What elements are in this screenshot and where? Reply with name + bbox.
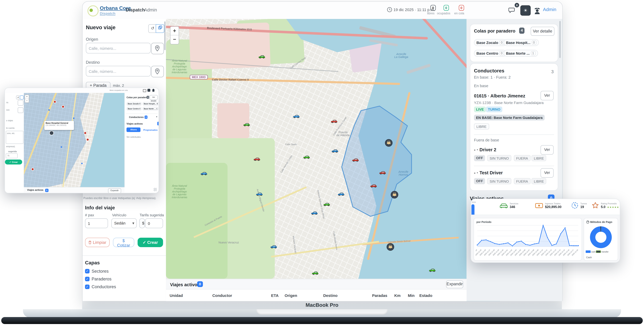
mini-bottom-count: 0 (45, 189, 48, 192)
vehicle-select[interactable]: Sedán▾ (111, 218, 137, 228)
sidebar-scrollbar[interactable] (560, 21, 560, 58)
map-label: Puente de Allende (336, 131, 350, 136)
mini-create-button[interactable]: ✓ Crear (5, 159, 22, 165)
libre-chip: LIBRE (474, 123, 489, 129)
car-marker[interactable] (312, 269, 319, 273)
pax-label: # pax (85, 213, 94, 217)
highway-shield: MEX 180D (190, 75, 208, 79)
layer-checkbox-sectores[interactable]: ✓ (85, 269, 90, 273)
queues-count-badge: 4 (519, 28, 524, 34)
layer-checkbox-conductores[interactable]: ✓ (85, 284, 90, 289)
mini-tab-now[interactable]: Ahora (126, 127, 140, 132)
operator-icon[interactable] (534, 6, 541, 15)
queue-pill[interactable]: Base Hospit...0 (504, 39, 539, 46)
quote-button[interactable]: $ Cotizar (113, 238, 134, 247)
paradero-marker[interactable] (390, 191, 398, 199)
laptop-front-edge (1, 317, 643, 324)
driver-view-button[interactable]: Ver (540, 168, 554, 178)
duplicate-trip-button[interactable] (156, 24, 164, 33)
origin-input[interactable] (86, 43, 151, 53)
column-header-destino: Destino (323, 293, 338, 298)
chat-icon[interactable] (508, 7, 515, 13)
nav-dispatch[interactable]: Dispatch (126, 7, 145, 12)
car-marker[interactable] (303, 153, 310, 157)
car-marker[interactable] (256, 190, 263, 195)
mini-queues-title: Colas por paradero (126, 96, 148, 99)
status-chip-off: OFF (474, 155, 485, 161)
chat-badge: 0 (514, 3, 519, 7)
user-menu-link[interactable]: Admin (543, 7, 556, 12)
queues-card: Colas por paradero 4 Ver detalle Base Zo… (470, 24, 558, 62)
origin-pin-button[interactable] (151, 43, 164, 54)
queue-pill[interactable]: Base Norte ...1 (504, 50, 538, 57)
mini-navbar: libres ocupados en cola (5, 88, 158, 93)
mini-map[interactable]: +− Base Hospital General (19.186496, -96… (24, 93, 124, 187)
map-label: Nuevo Veracruz (218, 241, 239, 244)
brand-sub-link[interactable]: Dispatch (100, 12, 116, 16)
car-marker[interactable] (379, 169, 386, 173)
mini-node-dot (81, 163, 82, 164)
driver-view-button[interactable]: Ver (540, 145, 554, 154)
destination-pin-button[interactable] (151, 66, 164, 77)
mini-expand-button[interactable]: Expandir (108, 188, 121, 193)
mini-queues-detail-button[interactable]: Ver detalle (150, 95, 158, 100)
car-marker[interactable] (330, 118, 338, 122)
left-panel-scrollbar[interactable] (164, 21, 166, 50)
zoom-out-button[interactable]: − (170, 35, 178, 44)
destination-input[interactable] (86, 66, 151, 77)
car-marker[interactable] (293, 113, 300, 117)
floating-mini-window[interactable]: libres ocupados en cola ↺ ris oza s viaj… (4, 88, 159, 193)
fare-label: Tarifa sugerida (140, 213, 164, 217)
mini-chevron-down-icon[interactable]: ▾ (156, 115, 157, 118)
mini-undo-button[interactable]: ↺ (16, 95, 20, 100)
mini-zoom-control[interactable]: +− (24, 95, 29, 103)
mini-resize-grip[interactable] (154, 188, 157, 191)
driver-name: - · Test Driver (474, 170, 503, 175)
donut-title: Métodos de Pago (590, 220, 612, 223)
queue-pill[interactable]: Base Centro0 (474, 50, 506, 57)
queue-pill[interactable]: Base Zocalo0 (474, 39, 506, 46)
mini-tab-scheduled[interactable]: Programados (143, 129, 158, 131)
theme-toggle-button[interactable]: ☀ (520, 6, 531, 16)
expand-table-button[interactable]: Expandir (446, 280, 463, 288)
period-line-chart: 2025-11-242025-11-252025-11-262025-11-27… (476, 225, 580, 259)
dispatch-map[interactable]: MEX 180D Boulevard Portuario Kilómetro 1… (166, 19, 466, 279)
queues-detail-button[interactable]: Ver detalle (531, 27, 554, 36)
car-marker[interactable] (311, 209, 318, 213)
car-marker[interactable] (338, 190, 344, 195)
mini-drivers-title: Conductores (129, 116, 144, 118)
paradero-marker[interactable] (386, 243, 394, 251)
fare-input[interactable] (145, 218, 163, 228)
rating-stars: ★★★★★ (607, 206, 619, 209)
top-navbar: Orbana Core Dispatch Dispatch Admin 0 li… (82, 2, 562, 19)
mini-pin-button[interactable] (18, 100, 24, 106)
mini-text-fragment: s viajes (6, 119, 13, 122)
car-marker[interactable] (200, 170, 208, 174)
mini-copy-button[interactable] (20, 95, 24, 100)
mini-fare-input[interactable]: 71 (6, 153, 18, 158)
driver-view-button[interactable]: Ver (540, 91, 554, 100)
car-marker[interactable] (258, 53, 265, 57)
car-marker[interactable] (243, 121, 250, 125)
zoom-in-button[interactable]: + (170, 27, 178, 35)
pax-input[interactable] (85, 218, 108, 228)
mini-right-panel: Colas por paradero 4 Ver detalle Base Zo… (124, 93, 159, 187)
mini-pin-button[interactable] (18, 107, 24, 113)
car-marker[interactable] (332, 147, 338, 151)
map-label: Área Natural Protegida Archipiélago de L… (172, 184, 187, 199)
car-marker[interactable] (254, 155, 260, 159)
car-marker[interactable] (270, 243, 277, 247)
mini-notes-textarea[interactable]: orre, etc. (6, 131, 24, 144)
column-header-estado: Estado (420, 293, 432, 298)
paradero-marker[interactable] (385, 139, 392, 147)
layer-checkbox-paraderos[interactable]: ✓ (85, 277, 90, 281)
car-marker[interactable] (370, 182, 377, 186)
car-marker[interactable] (323, 201, 330, 205)
mini-poi-hospital (84, 131, 87, 134)
car-marker[interactable] (429, 266, 436, 271)
create-button[interactable]: ✓ Crear (138, 238, 163, 247)
stat-label: Servicios (510, 202, 518, 205)
car-marker[interactable] (352, 156, 359, 160)
nav-admin[interactable]: Admin (144, 7, 157, 12)
clear-button[interactable]: Limpiar (85, 238, 110, 247)
